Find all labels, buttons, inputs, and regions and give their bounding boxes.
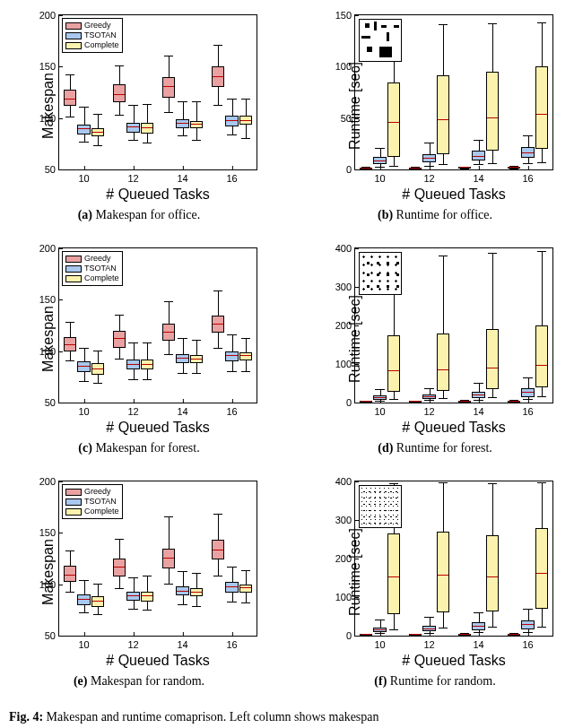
box-tsotan xyxy=(521,620,535,629)
x-tick: 12 xyxy=(423,403,434,417)
box-complete xyxy=(486,329,500,389)
box-complete xyxy=(486,72,500,151)
caption-c: (c) Makespan for forest. xyxy=(78,441,199,455)
box-tsotan xyxy=(373,395,387,399)
x-axis-label: # Queued Tasks xyxy=(354,420,553,436)
box-complete xyxy=(387,533,401,614)
legend-swatch-complete xyxy=(65,508,82,516)
box-complete xyxy=(190,588,204,596)
y-tick: 150 xyxy=(39,61,59,72)
legend-label-tsotan: TSOTAN xyxy=(84,264,117,273)
x-tick: 10 xyxy=(374,169,385,184)
y-tick: 300 xyxy=(335,515,355,525)
legend-swatch-greedy xyxy=(65,489,82,496)
caption-b: (b) Runtime for office. xyxy=(378,208,492,222)
caption-f: (f) Runtime for random. xyxy=(374,674,495,689)
map-inset-forest xyxy=(359,252,402,295)
box-greedy xyxy=(409,401,422,403)
map-inset-random xyxy=(359,485,402,528)
box-greedy xyxy=(113,331,126,348)
box-greedy xyxy=(360,401,373,403)
subplot-b: 05010015010121416Runtime [sec]# Queued T… xyxy=(300,7,570,235)
subplot-c: 5010015020010121416GreedyTSOTANCompleteM… xyxy=(4,240,274,468)
y-tick: 50 xyxy=(45,630,59,641)
box-greedy xyxy=(360,634,373,636)
box-tsotan xyxy=(422,626,436,631)
box-greedy xyxy=(212,316,225,333)
box-tsotan xyxy=(373,628,387,633)
y-tick: 150 xyxy=(39,294,59,305)
box-complete xyxy=(91,596,105,606)
x-tick: 12 xyxy=(423,636,434,650)
legend-label-complete: Complete xyxy=(84,273,119,283)
box-tsotan xyxy=(225,351,239,361)
legend: GreedyTSOTANComplete xyxy=(62,18,123,53)
box-tsotan xyxy=(472,622,485,630)
legend-label-greedy: Greedy xyxy=(84,487,111,497)
legend-label-greedy: Greedy xyxy=(84,254,111,264)
y-axis-label: Makespan xyxy=(40,306,57,372)
box-greedy xyxy=(162,549,176,569)
plot-a: 5010015020010121416GreedyTSOTANCompleteM… xyxy=(13,7,265,204)
x-tick: 16 xyxy=(226,403,237,417)
y-tick: 0 xyxy=(346,630,355,641)
box-tsotan xyxy=(472,151,485,160)
legend: GreedyTSOTANComplete xyxy=(62,251,123,286)
box-complete xyxy=(535,528,549,609)
box-complete xyxy=(141,360,154,369)
x-axis-label: # Queued Tasks xyxy=(354,186,553,203)
box-tsotan xyxy=(77,361,91,371)
caption-d: (d) Runtime for forest. xyxy=(378,441,492,455)
box-tsotan xyxy=(176,119,189,128)
legend-label-tsotan: TSOTAN xyxy=(84,497,117,507)
x-tick: 12 xyxy=(127,169,138,184)
plot-c: 5010015020010121416GreedyTSOTANCompleteM… xyxy=(13,240,265,438)
box-greedy xyxy=(508,401,521,403)
box-greedy xyxy=(508,167,521,169)
box-tsotan xyxy=(176,586,189,595)
y-tick: 200 xyxy=(39,243,59,254)
box-tsotan xyxy=(422,154,436,162)
figure-caption: Fig. 4: Makespan and runtime comaprison.… xyxy=(4,706,570,724)
x-tick: 10 xyxy=(78,636,89,650)
x-tick: 10 xyxy=(374,636,385,650)
y-axis-label: Runtime [sec] xyxy=(347,62,363,150)
y-axis-label: Runtime [sec] xyxy=(347,528,363,616)
box-tsotan xyxy=(77,125,91,134)
legend-label-greedy: Greedy xyxy=(84,21,111,30)
y-tick: 50 xyxy=(45,164,59,175)
box-complete xyxy=(91,363,105,375)
y-tick: 0 xyxy=(346,164,355,175)
legend-swatch-complete xyxy=(65,42,82,49)
box-greedy xyxy=(113,84,126,103)
box-complete xyxy=(190,121,204,128)
y-tick: 200 xyxy=(39,10,59,21)
x-tick: 14 xyxy=(177,636,187,650)
box-tsotan xyxy=(373,157,387,164)
x-tick: 12 xyxy=(423,169,434,184)
x-tick: 10 xyxy=(374,403,385,417)
x-tick: 16 xyxy=(522,403,533,417)
box-tsotan xyxy=(77,594,91,604)
x-tick: 14 xyxy=(473,169,483,184)
figure-grid: 5010015020010121416GreedyTSOTANCompleteM… xyxy=(4,7,570,724)
box-greedy xyxy=(64,337,77,351)
x-tick: 12 xyxy=(127,403,138,417)
box-complete xyxy=(437,334,450,392)
caption-a: (a) Makespan for office. xyxy=(78,208,201,222)
box-complete xyxy=(141,592,154,602)
box-tsotan xyxy=(126,123,140,132)
x-tick: 12 xyxy=(127,636,138,650)
box-greedy xyxy=(162,324,176,341)
x-tick: 14 xyxy=(177,403,187,417)
legend-swatch-tsotan xyxy=(65,32,82,39)
x-tick: 16 xyxy=(522,636,533,650)
box-greedy xyxy=(64,566,77,582)
box-tsotan xyxy=(521,388,535,397)
box-tsotan xyxy=(422,394,436,399)
box-tsotan xyxy=(225,116,239,126)
x-tick: 14 xyxy=(473,636,483,650)
box-greedy xyxy=(409,168,422,169)
box-complete xyxy=(387,82,401,158)
caption-e: (e) Makespan for random. xyxy=(74,674,204,689)
